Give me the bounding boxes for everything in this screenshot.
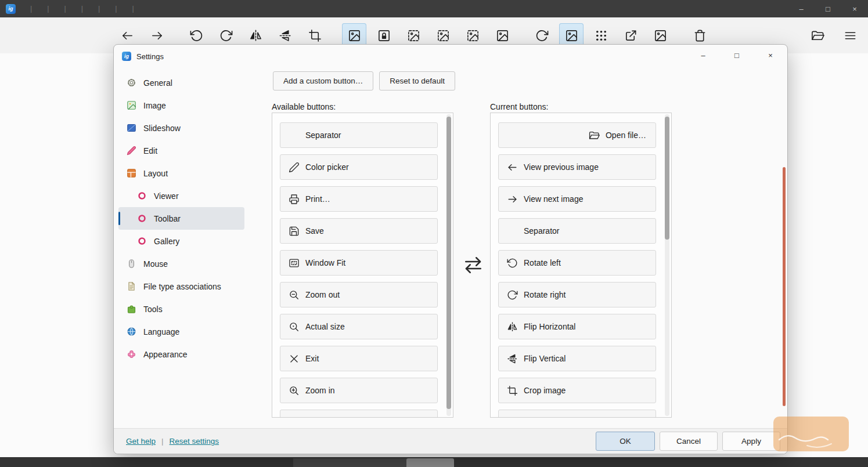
current-buttons-label: Current buttons:: [490, 102, 548, 111]
window-minimize-button[interactable]: –: [788, 0, 815, 17]
current-button-crop-image[interactable]: Crop image: [498, 378, 656, 403]
gallery-segment: [293, 458, 407, 467]
flip-h-icon: [507, 321, 518, 332]
available-button-exit[interactable]: Exit: [280, 346, 438, 371]
grid-dots-icon: [595, 29, 608, 42]
globe-icon: [127, 327, 136, 336]
settings-footer: Get help | Reset settings OK Cancel Appl…: [114, 428, 787, 454]
available-button-color-picker[interactable]: Color picker: [280, 154, 438, 180]
sidebar-item-tools[interactable]: Tools: [118, 298, 244, 320]
current-button-view-next-image[interactable]: View next image: [498, 186, 656, 212]
image-icon: [654, 29, 667, 42]
settings-dialog: ig Settings – □ × General Image Slidesho…: [113, 44, 788, 454]
folder-open-icon: [811, 29, 824, 42]
current-button-open-file[interactable]: Open file…: [498, 122, 656, 148]
main-menu-button[interactable]: [838, 23, 862, 48]
available-button-zoom-out[interactable]: Zoom out: [280, 282, 438, 307]
arrow-left-icon: [121, 29, 134, 42]
printer-icon: [289, 194, 300, 205]
window-maximize-button[interactable]: □: [815, 0, 841, 17]
divider: |: [115, 5, 117, 13]
image-lock-icon: [377, 29, 391, 42]
gallery-selected-thumbnail[interactable]: [406, 458, 454, 467]
cancel-button[interactable]: Cancel: [660, 432, 718, 451]
save-icon: [289, 226, 300, 237]
zoom-in-icon: [289, 385, 300, 396]
current-button-flip-horizontal[interactable]: Flip Horizontal: [498, 314, 656, 339]
scrollbar-thumb[interactable]: [446, 117, 451, 409]
toolbar-settings-page: Add a custom button… Reset to default Av…: [250, 68, 787, 428]
sidebar-item-toolbar[interactable]: Toolbar: [118, 207, 244, 230]
current-button-separator[interactable]: Separator: [498, 218, 656, 244]
divider: |: [64, 5, 66, 13]
dialog-scrollbar[interactable]: [783, 167, 786, 406]
current-button-view-previous-image[interactable]: View previous image: [498, 154, 656, 180]
ok-button[interactable]: OK: [596, 432, 655, 451]
available-button-partial[interactable]: [280, 410, 438, 418]
sidebar-item-layout[interactable]: Layout: [118, 162, 244, 184]
available-button-window-fit[interactable]: Window Fit: [280, 250, 438, 276]
settings-close-button[interactable]: ×: [754, 45, 787, 66]
blank-icon: [507, 226, 518, 237]
scrollbar-thumb[interactable]: [665, 117, 669, 240]
reset-to-default-button[interactable]: Reset to default: [379, 71, 455, 90]
settings-maximize-button[interactable]: □: [720, 45, 754, 66]
image-dashed-icon: [437, 29, 450, 42]
pen-icon: [289, 162, 300, 173]
available-buttons-label: Available buttons:: [272, 102, 336, 111]
available-button-actual-size[interactable]: Actual size: [280, 314, 438, 339]
sidebar-item-image[interactable]: Image: [118, 94, 244, 117]
image-icon: [348, 29, 361, 42]
swap-arrows-icon: [463, 255, 484, 276]
sidebar-item-appearance[interactable]: Appearance: [118, 343, 244, 365]
sidebar-item-viewer[interactable]: Viewer: [118, 184, 244, 207]
window-close-button[interactable]: ×: [841, 0, 868, 17]
footer-buttons: OK Cancel Apply: [596, 432, 780, 451]
status-bar: |||||||: [23, 5, 142, 13]
puzzle-icon: [127, 304, 136, 314]
arrow-right-icon: [507, 194, 518, 205]
current-button-rotate-right[interactable]: Rotate right: [498, 282, 656, 307]
flip-h-icon: [249, 29, 262, 42]
current-button-rotate-left[interactable]: Rotate left: [498, 250, 656, 276]
menu-icon: [844, 29, 857, 42]
sidebar-item-slideshow[interactable]: Slideshow: [118, 117, 244, 139]
current-button-flip-vertical[interactable]: Flip Vertical: [498, 346, 656, 371]
sidebar-item-language[interactable]: Language: [118, 320, 244, 343]
reset-settings-link[interactable]: Reset settings: [170, 437, 219, 446]
available-button-separator[interactable]: Separator: [280, 122, 438, 148]
x-icon: [289, 353, 300, 364]
settings-minimize-button[interactable]: –: [686, 45, 720, 66]
folder-open-icon: [589, 130, 600, 141]
sidebar-item-edit[interactable]: Edit: [118, 139, 244, 162]
toolbar-right-group: [805, 23, 862, 48]
zoom-out-icon: [289, 289, 300, 301]
radio-icon: [137, 191, 147, 201]
get-help-link[interactable]: Get help: [126, 437, 156, 446]
crop-icon: [308, 29, 322, 42]
apply-button[interactable]: Apply: [722, 432, 780, 451]
top-actions: Add a custom button… Reset to default: [273, 71, 455, 90]
available-button-save[interactable]: Save: [280, 218, 438, 244]
radio-icon: [137, 236, 147, 246]
sidebar-item-file-type-associations[interactable]: File type associations: [118, 275, 244, 298]
available-buttons-list: Separator Color picker Print… Save Windo…: [272, 113, 453, 418]
image-color-icon: [127, 100, 136, 110]
divider: |: [30, 5, 32, 13]
sidebar-item-gallery[interactable]: Gallery: [118, 230, 244, 252]
file-icon: [127, 281, 136, 291]
mouse-icon: [127, 259, 136, 269]
settings-logo-icon: ig: [122, 52, 131, 61]
current-button-partial[interactable]: [498, 410, 656, 418]
gear-icon: [127, 78, 136, 88]
sidebar-item-mouse[interactable]: Mouse: [118, 252, 244, 275]
slideshow-icon: [127, 123, 136, 133]
divider: |: [47, 5, 49, 13]
annotation-overlay: [773, 417, 849, 451]
open-file-button[interactable]: [805, 23, 830, 48]
available-button-print[interactable]: Print…: [280, 186, 438, 212]
available-button-zoom-in[interactable]: Zoom in: [280, 378, 438, 403]
sidebar-item-general[interactable]: General: [118, 71, 244, 94]
divider: |: [161, 437, 164, 446]
add-custom-button[interactable]: Add a custom button…: [273, 71, 373, 90]
